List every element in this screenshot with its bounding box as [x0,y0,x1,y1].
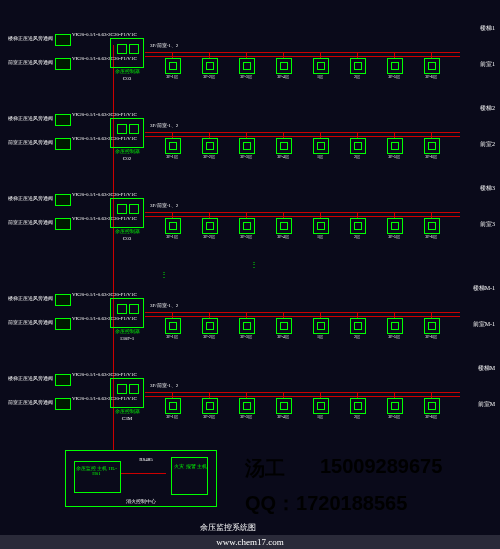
sensor-box [202,58,218,74]
sensor-box [313,318,329,334]
sensor-label: 3F-4层 [274,154,292,159]
bus-line-top [145,132,460,133]
sensor-label: 3F-3层 [237,334,255,339]
sensor-label: 3F-6层 [422,74,440,79]
monitor-host-label: 余压监控 主机 HL-H01 [74,465,119,476]
sensor-box [387,318,403,334]
sensor-label: 3F-4层 [274,414,292,419]
stair-label: 楼梯1 [480,24,495,33]
sensor-box [424,318,440,334]
sensor-box [313,138,329,154]
sensor-label: 2层 [348,414,366,419]
sensor-box [350,318,366,334]
node-label: 3F/前室-1、2 [150,122,178,128]
damper-anteroom-label: 前室正压送风旁通阀 [8,319,50,325]
sensor-label: 2层 [348,334,366,339]
sensor-label: 1层 [311,74,329,79]
node-label: 3F/前室-1、2 [150,302,178,308]
sensor-box [239,58,255,74]
controller-id: C3M [110,416,144,421]
monitor-center-box: 余压监控 主机 HL-H01 火灾 报警 主机 RS485 消火控制中心 [65,450,217,507]
controller-id: 130F-1 [110,336,144,341]
damper-stair-label: 楼梯正压送风旁通阀 [8,295,50,301]
controller-label: 余压控制器 [110,228,144,234]
anteroom-label: 前室1 [480,60,495,69]
sensor-box [202,218,218,234]
sensor-box [239,398,255,414]
sensor-box [239,138,255,154]
sensor-box [165,58,181,74]
stair-label: 楼梯M [478,364,495,373]
system-row-1: 楼梯正压送风旁通阀VK20-0.1/1-0.63-2C20-F1/V1C前室正压… [50,110,485,180]
contact-qq: QQ：1720188565 [245,490,407,517]
damper-anteroom [55,318,71,330]
bus-line-bot [145,396,460,397]
damper-anteroom [55,138,71,150]
anteroom-label: 前室3 [480,220,495,229]
anteroom-label: 前室M [478,400,495,409]
sensor-box [202,138,218,154]
sensor-box [424,58,440,74]
sensor-label: 3F-2层 [200,414,218,419]
sensor-label: 2层 [348,74,366,79]
system-row-0: 楼梯正压送风旁通阀VK20-0.1/1-0.63-2C20-F1/V1C前室正压… [50,30,485,100]
diagram-canvas: 楼梯正压送风旁通阀VK20-0.1/1-0.63-2C20-F1/V1C前室正压… [0,0,500,549]
bus-line-bot [145,316,460,317]
sensor-box [350,398,366,414]
sensor-box [239,318,255,334]
monitor-link [121,473,166,474]
sensor-box [276,398,292,414]
sensor-label: 3F-1层 [163,74,181,79]
damper-code-1: VK20-0.1/1-0.63-2C20-F1/V1C [72,112,137,117]
sensor-label: 3F-6层 [422,234,440,239]
anteroom-label: 前室2 [480,140,495,149]
sensor-box [387,398,403,414]
sensor-box [202,318,218,334]
sensor-box [165,138,181,154]
sensor-label: 3F-5层 [385,414,403,419]
sensor-label: 3F-4层 [274,234,292,239]
sensor-label: 3F-4层 [274,74,292,79]
controller-box [110,378,144,408]
sensor-label: 3F-3层 [237,414,255,419]
sensor-label: 3F-5层 [385,74,403,79]
stair-label: 楼梯M-1 [473,284,495,293]
sensor-label: 3F-2层 [200,74,218,79]
sensor-box [350,218,366,234]
controller-label: 余压控制器 [110,68,144,74]
damper-code-1: VK20-0.1/1-0.63-2C20-F1/V1C [72,292,137,297]
sensor-label: 3F-1层 [163,334,181,339]
anteroom-label: 前室M-1 [473,320,495,329]
sensor-box [313,398,329,414]
sensor-box [313,218,329,234]
damper-stair [55,34,71,46]
control-center-label: 消火控制中心 [66,498,216,504]
sensor-label: 1层 [311,154,329,159]
damper-stair [55,374,71,386]
damper-anteroom-label: 前室正压送风旁通阀 [8,399,50,405]
vertical-ellipsis: ⋮ [250,260,260,269]
controller-label: 余压控制器 [110,148,144,154]
damper-code-1: VK20-0.1/1-0.63-2C20-F1/V1C [72,32,137,37]
stair-label: 楼梯2 [480,104,495,113]
bus-line-top [145,212,460,213]
sensor-label: 3F-4层 [274,334,292,339]
sensor-box [165,318,181,334]
sensor-label: 3F-6层 [422,414,440,419]
controller-box [110,38,144,68]
stair-label: 楼梯3 [480,184,495,193]
sensor-box [276,58,292,74]
damper-code-1: VK20-0.1/1-0.63-2C20-F1/V1C [72,192,137,197]
sensor-box [350,58,366,74]
sensor-label: 3F-5层 [385,234,403,239]
sensor-label: 3F-3层 [237,234,255,239]
damper-anteroom-label: 前室正压送风旁通阀 [8,59,50,65]
sensor-box [276,218,292,234]
system-row-4: 楼梯正压送风旁通阀VK20-0.1/1-0.63-2C20-F1/V1C前室正压… [50,370,485,440]
damper-stair-label: 楼梯正压送风旁通阀 [8,35,50,41]
sensor-label: 3F-1层 [163,234,181,239]
bus-line-top [145,312,460,313]
sensor-label: 3F-6层 [422,334,440,339]
sensor-box [202,398,218,414]
damper-code-1: VK20-0.1/1-0.63-2C20-F1/V1C [72,372,137,377]
